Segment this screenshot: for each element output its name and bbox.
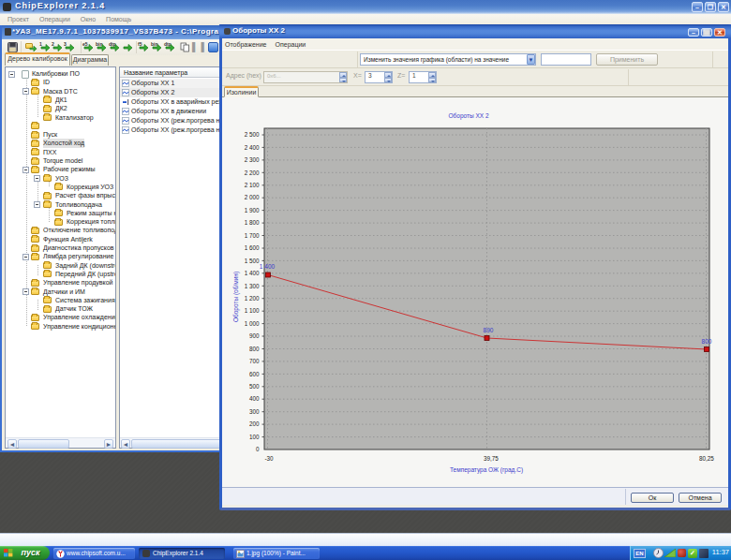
svg-text:Обороты ХХ 2: Обороты ХХ 2 [448,112,488,120]
svg-text:890: 890 [484,327,494,333]
svg-text:100: 100 [249,434,260,440]
svg-text:1 500: 1 500 [245,258,260,264]
svg-text:300: 300 [249,408,260,415]
svg-text:400: 400 [249,395,260,402]
svg-text:700: 700 [249,358,260,364]
svg-text:2 100: 2 100 [245,182,260,188]
svg-text:1 600: 1 600 [245,244,260,251]
svg-text:Обороты (об/мин): Обороты (об/мин) [232,272,240,322]
svg-text:Температура ОЖ (град.С): Температура ОЖ (град.С) [450,466,523,474]
svg-text:1 700: 1 700 [245,232,260,239]
svg-text:500: 500 [249,383,260,390]
svg-text:900: 900 [249,332,260,339]
svg-text:800: 800 [702,338,712,345]
svg-text:2 200: 2 200 [245,169,260,176]
svg-text:1 400: 1 400 [245,270,260,276]
svg-text:2 000: 2 000 [245,194,260,200]
svg-text:1 200: 1 200 [245,295,260,302]
svg-text:200: 200 [249,420,260,427]
svg-text:800: 800 [249,346,260,352]
svg-text:1 300: 1 300 [245,283,260,289]
svg-text:1 100: 1 100 [245,307,260,314]
svg-text:-30: -30 [265,455,275,462]
svg-text:1 400: 1 400 [260,263,276,270]
svg-text:39,75: 39,75 [484,455,499,462]
svg-text:0: 0 [256,446,260,452]
svg-text:600: 600 [249,371,260,377]
svg-text:2 500: 2 500 [245,131,260,138]
svg-text:1 900: 1 900 [245,207,260,214]
svg-text:1 000: 1 000 [245,320,260,327]
svg-text:1 800: 1 800 [245,219,260,226]
svg-text:80,25: 80,25 [699,455,714,462]
svg-text:2 300: 2 300 [245,156,260,163]
svg-text:2 400: 2 400 [245,144,260,151]
